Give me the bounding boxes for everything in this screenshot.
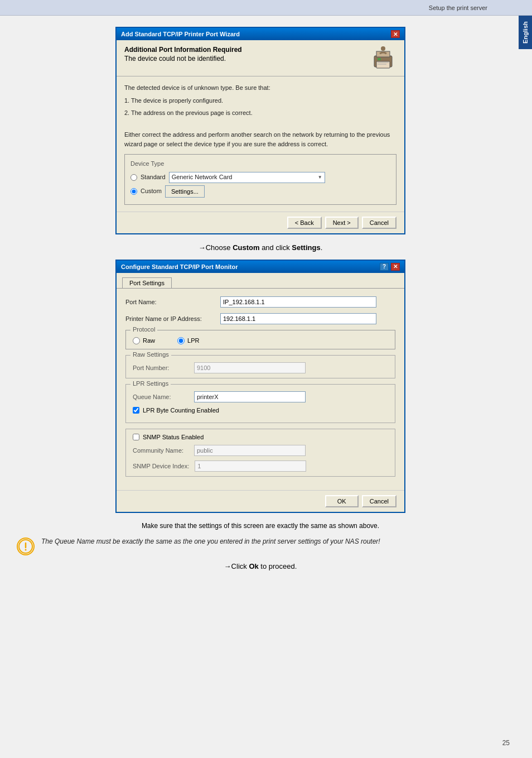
combo-arrow-icon: ▼ xyxy=(318,174,322,181)
custom-radio[interactable] xyxy=(130,188,137,195)
raw-radio-item: Raw xyxy=(133,337,155,344)
instruction3: →Click Ok to proceed. xyxy=(17,562,504,570)
wizard-body-line2: 1. The device is properly configured. xyxy=(124,96,396,105)
arrow1-icon: → xyxy=(199,243,206,252)
lpr-byte-counting-row: LPR Byte Counting Enabled xyxy=(133,407,388,414)
wizard-close-button[interactable]: ✕ xyxy=(391,30,400,38)
printer-name-input[interactable] xyxy=(220,313,376,324)
port-name-row: Port Name: xyxy=(125,296,395,308)
note-text: The Queue Name must be exactly the same … xyxy=(41,536,380,546)
raw-settings-legend: Raw Settings xyxy=(130,351,171,358)
snmp-index-row: SNMP Device Index: xyxy=(133,460,388,472)
instruction2: Make sure that the settings of this scre… xyxy=(17,522,504,530)
port-number-row: Port Number: xyxy=(133,362,388,373)
page-number: 25 xyxy=(502,739,510,747)
wizard-titlebar: Add Standard TCP/IP Printer Port Wizard … xyxy=(117,28,404,40)
config-title: Configure Standard TCP/IP Port Monitor xyxy=(121,263,238,270)
snmp-enabled-row: SNMP Status Enabled xyxy=(133,434,388,440)
ok-bold: Ok xyxy=(249,562,258,570)
note-icon xyxy=(17,538,35,555)
lpr-radio-item: LPR xyxy=(177,337,199,344)
instruction1: →Choose Custom and click Settings. xyxy=(17,243,504,252)
community-name-label: Community Name: xyxy=(133,447,188,454)
arrow3-icon: → xyxy=(224,562,231,570)
protocol-radio-group: Raw LPR xyxy=(133,335,388,344)
config-body: Port Name: Printer Name or IP Address: P… xyxy=(117,289,404,490)
wizard-title: Add Standard TCP/IP Printer Port Wizard xyxy=(121,31,240,37)
config-cancel-button[interactable]: Cancel xyxy=(362,495,396,507)
header-title: Setup the print server xyxy=(429,4,487,11)
note-row: The Queue Name must be exactly the same … xyxy=(17,536,504,555)
protocol-section: Protocol Raw LPR xyxy=(125,330,395,349)
wizard-body-line1: The detected device is of unknown type. … xyxy=(124,83,396,93)
custom-label: Custom xyxy=(141,186,162,196)
wizard-dialog: Add Standard TCP/IP Printer Port Wizard … xyxy=(115,27,405,234)
next-button[interactable]: Next > xyxy=(325,217,359,229)
lpr-byte-counting-checkbox[interactable] xyxy=(133,407,139,414)
custom-bold: Custom xyxy=(233,243,259,252)
settings-button[interactable]: Settings... xyxy=(165,185,205,198)
standard-label: Standard xyxy=(141,172,166,182)
settings-bold: Settings xyxy=(292,243,320,252)
protocol-legend: Protocol xyxy=(130,326,157,333)
wizard-header-title: Additional Port Information Required xyxy=(124,46,242,54)
svg-point-9 xyxy=(25,549,27,550)
snmp-index-label: SNMP Device Index: xyxy=(133,463,189,469)
raw-label: Raw xyxy=(143,337,155,344)
lpr-label: LPR xyxy=(187,337,199,344)
port-name-label: Port Name: xyxy=(125,299,215,305)
wizard-body-line3: 2. The address on the previous page is c… xyxy=(124,108,396,118)
wizard-footer: < Back Next > Cancel xyxy=(117,212,404,233)
wizard-header-text: Additional Port Information Required The… xyxy=(124,46,242,63)
wizard-body-para: Either correct the address and perform a… xyxy=(124,130,396,148)
lpr-byte-counting-label: LPR Byte Counting Enabled xyxy=(143,407,219,414)
device-type-combo[interactable]: Generic Network Card ▼ xyxy=(169,172,325,183)
config-close-button[interactable]: ✕ xyxy=(391,263,400,271)
wizard-header: Additional Port Information Required The… xyxy=(117,40,404,76)
config-dialog: Configure Standard TCP/IP Port Monitor ?… xyxy=(115,260,405,513)
community-name-input[interactable] xyxy=(194,445,306,456)
snmp-enabled-checkbox[interactable] xyxy=(133,434,139,440)
custom-radio-row: Custom Settings... xyxy=(130,185,390,198)
main-content: Add Standard TCP/IP Printer Port Wizard … xyxy=(0,16,532,587)
snmp-index-input[interactable] xyxy=(195,460,306,472)
config-help-button[interactable]: ? xyxy=(380,263,389,271)
port-number-label: Port Number: xyxy=(133,364,188,371)
cancel-button[interactable]: Cancel xyxy=(362,217,396,229)
printer-name-row: Printer Name or IP Address: xyxy=(125,313,395,324)
raw-radio[interactable] xyxy=(133,337,140,344)
queue-name-row: Queue Name: xyxy=(133,391,388,402)
svg-point-6 xyxy=(381,46,385,51)
config-titlebar: Configure Standard TCP/IP Port Monitor ?… xyxy=(117,261,404,273)
back-button[interactable]: < Back xyxy=(287,217,322,229)
device-type-section: Device Type Standard Generic Network Car… xyxy=(124,154,396,205)
raw-settings-section: Raw Settings Port Number: xyxy=(125,355,395,378)
config-footer: OK Cancel xyxy=(117,490,404,512)
header-bar: Setup the print server xyxy=(0,0,532,16)
port-settings-tab[interactable]: Port Settings xyxy=(122,277,172,288)
port-number-input[interactable] xyxy=(194,362,306,373)
device-type-label: Device Type xyxy=(130,159,390,169)
wizard-header-subtitle: The device could not be identified. xyxy=(124,55,242,63)
lpr-radio[interactable] xyxy=(177,337,185,344)
side-tab: English xyxy=(519,16,532,49)
queue-name-label: Queue Name: xyxy=(133,394,188,400)
snmp-section: SNMP Status Enabled Community Name: SNMP… xyxy=(125,429,395,477)
lpr-settings-section: LPR Settings Queue Name: LPR Byte Counti… xyxy=(125,384,395,423)
port-name-input[interactable] xyxy=(220,296,376,308)
tab-bar: Port Settings xyxy=(117,273,404,289)
printer-name-label: Printer Name or IP Address: xyxy=(125,315,215,322)
standard-radio[interactable] xyxy=(130,174,137,181)
standard-radio-row: Standard Generic Network Card ▼ xyxy=(130,172,390,183)
ok-button[interactable]: OK xyxy=(325,495,359,507)
svg-rect-3 xyxy=(378,58,381,60)
combo-value: Generic Network Card xyxy=(172,172,233,182)
queue-name-input[interactable] xyxy=(194,391,306,402)
community-name-row: Community Name: xyxy=(133,445,388,456)
snmp-enabled-label: SNMP Status Enabled xyxy=(143,434,204,440)
lpr-settings-legend: LPR Settings xyxy=(130,380,171,387)
wizard-body: The detected device is of unknown type. … xyxy=(117,76,404,212)
wizard-printer-icon xyxy=(370,46,396,73)
